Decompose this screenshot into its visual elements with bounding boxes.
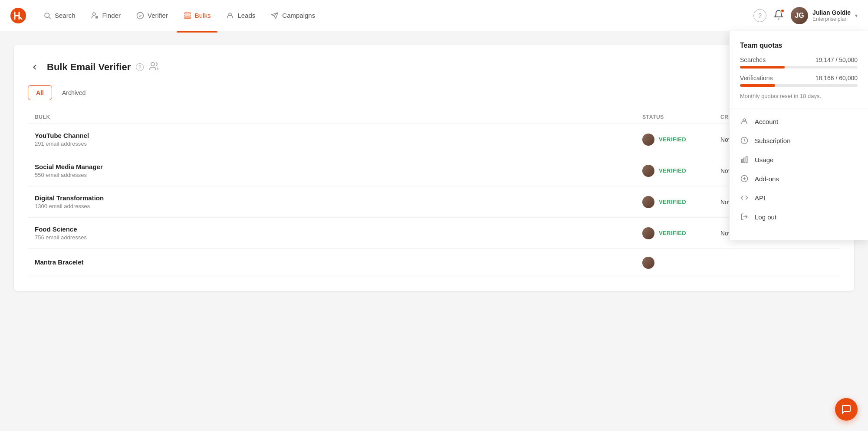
user-name: Julian Goldie [812,9,851,16]
status-badge: VERIFIED [659,167,686,174]
svg-rect-8 [184,17,191,18]
svg-rect-14 [744,158,745,163]
nav-item-search[interactable]: Search [36,8,82,23]
menu-label-usage: Usage [755,156,773,163]
verifications-label: Verifications [740,75,773,82]
bulk-info: Food Science 756 email addresses [35,225,642,241]
table-row[interactable]: Mantra Bracelet [28,249,840,277]
nav-item-leads[interactable]: Leads [219,8,262,23]
svg-point-5 [137,12,144,19]
plus-circle-icon [740,174,749,183]
status-badge: VERIFIED [659,136,686,143]
logout-icon [740,212,749,221]
user-avatar-small [642,134,654,146]
page-header-left: Bulk Email Verifier ? [28,60,159,74]
svg-line-2 [49,17,50,19]
bulk-info: Mantra Bracelet [35,258,642,267]
nav-label-campaigns: Campaigns [282,12,315,19]
verifications-quota: Verifications 18,166 / 60,000 [740,75,858,87]
svg-rect-6 [184,13,191,14]
bulk-info: Digital Transformation 1300 email addres… [35,194,642,209]
page-help-icon[interactable]: ? [136,63,144,71]
bar-chart-icon [740,155,749,164]
menu-item-account[interactable]: Account [730,112,868,131]
quota-reset-note: Monthly quotas reset in 18 days. [740,93,858,99]
avatar-initials: JG [791,7,808,24]
quota-title: Team quotas [740,42,858,49]
navbar: Search Finder Verifier Bulks Leads Campa… [0,0,868,31]
person-icon [740,117,749,126]
quota-row-verifications: Verifications 18,166 / 60,000 [740,75,858,82]
verifications-bar [740,84,858,87]
status-cell: VERIFIED [642,134,720,146]
status-cell: VERIFIED [642,196,720,208]
status-cell: VERIFIED [642,165,720,177]
user-menu-trigger[interactable]: JG Julian Goldie Enterprise plan ▾ [791,7,858,24]
nav-label-search: Search [55,12,76,19]
help-button[interactable]: ? [753,9,766,22]
searches-label: Searches [740,56,766,63]
user-avatar-small [642,257,654,269]
menu-item-addons[interactable]: Add-ons [730,169,868,188]
nav-right: ? JG Julian Goldie Enterprise plan ▾ [753,7,858,24]
back-button[interactable] [28,60,42,74]
menu-label-logout: Log out [755,213,776,221]
svg-rect-7 [184,15,191,16]
bulk-info: Social Media Manager 550 email addresses [35,163,642,178]
app-logo[interactable] [10,8,26,23]
user-avatar-small [642,196,654,208]
svg-rect-13 [741,160,743,163]
status-cell [642,257,720,269]
user-plan: Enterprise plan [812,16,851,22]
table-row[interactable]: Food Science 756 email addresses VERIFIE… [28,218,840,249]
col-status: STATUS [642,114,720,120]
table-row[interactable]: Digital Transformation 1300 email addres… [28,186,840,218]
nav-item-campaigns[interactable]: Campaigns [264,8,322,23]
user-info: Julian Goldie Enterprise plan [812,9,851,22]
verifications-value: 18,166 / 60,000 [815,75,858,82]
searches-bar [740,66,858,69]
verifications-fill [740,84,775,87]
nav-label-bulks: Bulks [195,12,211,19]
page-header: Bulk Email Verifier ? + + New [28,59,840,75]
menu-item-api[interactable]: API [730,188,868,207]
user-avatar-small [642,227,654,239]
page-title: Bulk Email Verifier [47,62,131,73]
status-badge: VERIFIED [659,199,686,205]
menu-label-account: Account [755,118,778,125]
code-icon [740,193,749,202]
menu-item-subscription[interactable]: Subscription [730,131,868,150]
status-cell: VERIFIED [642,227,720,239]
svg-point-10 [151,62,155,66]
col-bulk: BULK [35,114,642,120]
searches-quota: Searches 19,147 / 50,000 [740,56,858,69]
searches-fill [740,66,785,69]
svg-point-3 [92,13,95,15]
tab-archived[interactable]: Archived [54,85,94,100]
team-icon[interactable] [149,61,159,73]
menu-item-logout[interactable]: Log out [730,207,868,226]
bulk-info: YouTube Channel 291 email addresses [35,132,642,147]
chat-button[interactable] [835,398,858,421]
nav-item-verifier[interactable]: Verifier [129,8,175,23]
svg-rect-15 [746,157,747,163]
nav-label-leads: Leads [237,12,255,19]
table-row[interactable]: YouTube Channel 291 email addresses VERI… [28,124,840,155]
table-row[interactable]: Social Media Manager 550 email addresses… [28,155,840,186]
tab-all[interactable]: All [28,85,52,100]
svg-point-1 [45,13,49,18]
status-badge: VERIFIED [659,230,686,236]
menu-label-addons: Add-ons [755,175,779,183]
nav-label-finder: Finder [102,12,121,19]
notifications-bell[interactable] [773,10,784,22]
nav-item-bulks[interactable]: Bulks [177,8,218,23]
page-container: Bulk Email Verifier ? + + New All Archiv… [14,45,854,291]
menu-item-usage[interactable]: Usage [730,150,868,169]
chevron-down-icon: ▾ [855,13,858,19]
nav-items: Search Finder Verifier Bulks Leads Campa… [36,8,753,23]
nav-item-finder[interactable]: Finder [84,8,128,23]
menu-label-subscription: Subscription [755,137,791,144]
nav-label-verifier: Verifier [148,12,168,19]
user-avatar-small [642,165,654,177]
user-dropdown-panel: Team quotas Searches 19,147 / 50,000 Ver… [729,31,868,240]
